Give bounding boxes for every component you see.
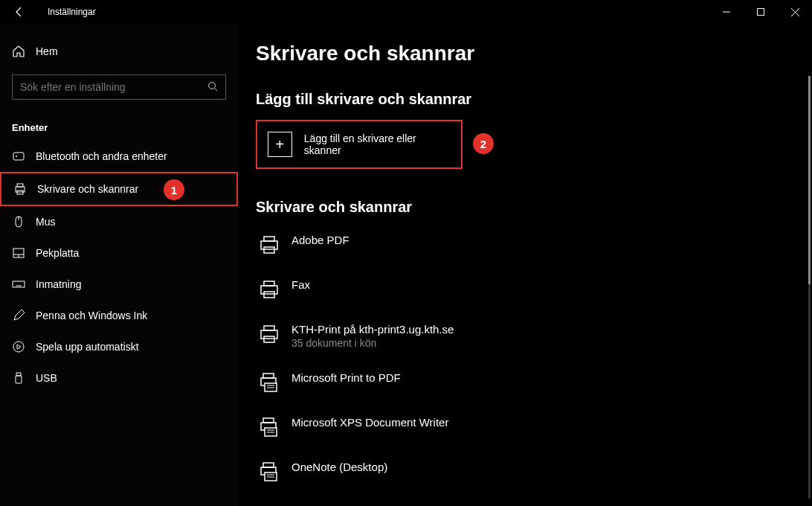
plus-icon: + <box>268 132 292 157</box>
nav-autoplay[interactable]: Spela upp automatiskt <box>0 331 238 362</box>
svg-rect-40 <box>263 418 274 423</box>
svg-rect-24 <box>16 376 22 383</box>
svg-rect-29 <box>264 281 274 286</box>
printer-name: Fax <box>291 278 310 291</box>
printer-icon <box>256 234 283 256</box>
nav-label: Spela upp automatiskt <box>36 341 139 353</box>
printer-name: OneNote (Desktop) <box>291 461 387 473</box>
svg-point-22 <box>13 342 24 352</box>
printer-item[interactable]: KTH-Print på kth-print3.ug.kth.se35 doku… <box>256 317 794 355</box>
svg-line-5 <box>215 88 218 91</box>
pen-icon <box>12 309 25 322</box>
bluetooth-icon <box>12 150 25 163</box>
mouse-icon <box>12 215 25 228</box>
search-input[interactable] <box>20 81 207 93</box>
printer-icon <box>13 182 27 196</box>
home-icon <box>12 45 25 58</box>
svg-rect-9 <box>17 184 23 187</box>
annotation-badge-1: 1 <box>164 179 184 200</box>
svg-rect-26 <box>264 237 274 241</box>
home-nav[interactable]: Hem <box>0 37 238 65</box>
printer-name: KTH-Print på kth-print3.ug.kth.se <box>291 323 454 336</box>
nav-label: Pekplatta <box>36 247 79 259</box>
printer-icon <box>256 278 283 301</box>
home-label: Hem <box>36 45 58 57</box>
add-printer-label: Lägg till en skrivare eller skanner <box>304 132 451 156</box>
nav-label: Penna och Windows Ink <box>36 310 147 321</box>
add-printer-button[interactable]: + Lägg till en skrivare eller skanner <box>256 120 463 169</box>
printer-icon <box>256 461 283 483</box>
printer-item[interactable]: Microsoft XPS Document Writer <box>256 410 794 444</box>
printer-icon <box>256 416 283 438</box>
scrollbar[interactable] <box>808 76 811 499</box>
nav-bluetooth[interactable]: Bluetooth och andra enheter <box>0 141 238 172</box>
nav-mouse[interactable]: Mus <box>0 206 238 237</box>
autoplay-icon <box>12 340 25 353</box>
window-title: Inställningar <box>48 7 96 17</box>
nav-label: USB <box>36 372 57 384</box>
nav-pen[interactable]: Penna och Windows Ink <box>0 300 238 331</box>
nav-label: Skrivare och skannrar <box>37 183 138 195</box>
svg-rect-27 <box>264 247 274 253</box>
keyboard-icon <box>12 278 25 291</box>
annotation-badge-2: 2 <box>473 133 494 154</box>
nav-label: Mus <box>36 216 55 228</box>
page-title: Skrivare och skannrar <box>256 42 794 65</box>
printer-item[interactable]: Microsoft Print to PDF <box>256 365 794 400</box>
scrollbar-thumb[interactable] <box>808 76 811 284</box>
nav-touchpad[interactable]: Pekplatta <box>0 237 238 269</box>
printer-name: Microsoft XPS Document Writer <box>291 416 448 429</box>
svg-rect-16 <box>13 281 25 287</box>
usb-icon <box>12 371 25 385</box>
svg-rect-35 <box>263 374 274 378</box>
printer-item[interactable]: OneNote (Desktop) <box>256 455 794 489</box>
printer-name: Adobe PDF <box>291 234 349 246</box>
category-header: Enheter <box>0 113 238 141</box>
printer-item[interactable]: Fax <box>256 272 794 307</box>
nav-printers[interactable]: Skrivare och skannrar <box>0 172 238 206</box>
svg-point-4 <box>209 82 216 89</box>
printer-icon <box>256 371 283 394</box>
nav-label: Bluetooth och andra enheter <box>36 150 167 162</box>
add-section-title: Lägg till skrivare och skannrar <box>256 91 794 108</box>
printer-item[interactable]: Adobe PDF <box>256 228 794 262</box>
back-button[interactable] <box>13 6 34 18</box>
minimize-button[interactable] <box>709 0 744 24</box>
close-button[interactable] <box>778 0 812 24</box>
printer-subtext: 35 dokument i kön <box>291 337 454 349</box>
nav-usb[interactable]: USB <box>0 362 238 394</box>
svg-rect-1 <box>758 9 764 16</box>
search-icon <box>207 81 218 94</box>
nav-label: Inmatning <box>36 278 81 290</box>
touchpad-icon <box>12 246 25 260</box>
maximize-button[interactable] <box>744 0 778 24</box>
svg-rect-23 <box>16 373 21 376</box>
svg-rect-30 <box>264 292 274 298</box>
search-box[interactable] <box>12 74 226 100</box>
printer-name: Microsoft Print to PDF <box>291 371 401 384</box>
svg-rect-6 <box>13 153 24 160</box>
list-section-title: Skrivare och skannrar <box>256 199 794 216</box>
svg-rect-33 <box>264 336 274 342</box>
svg-rect-32 <box>264 326 274 330</box>
svg-point-7 <box>16 156 17 157</box>
printer-item[interactable]: OneNote for Windows 10 <box>256 499 794 506</box>
svg-rect-45 <box>263 463 274 467</box>
nav-typing[interactable]: Inmatning <box>0 269 238 300</box>
printer-icon <box>256 323 283 345</box>
